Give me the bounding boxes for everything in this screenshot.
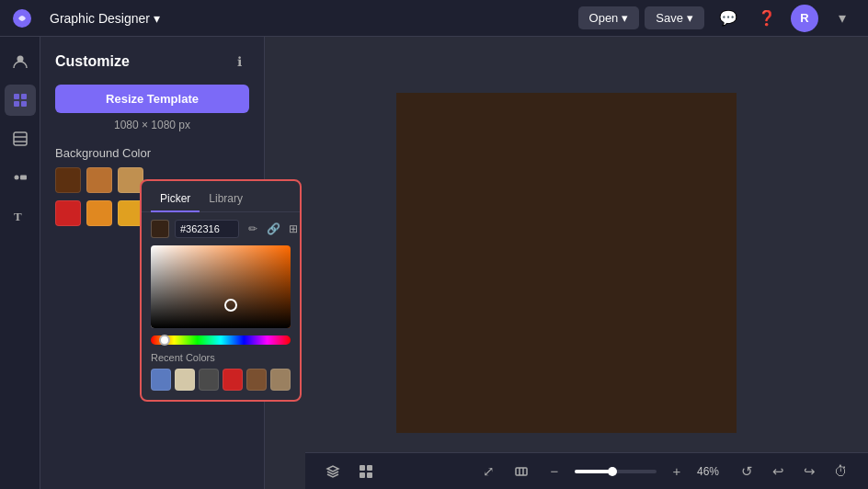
edit-hex-button[interactable]: ✏ <box>245 221 261 237</box>
svg-rect-5 <box>21 101 27 107</box>
link-hex-button[interactable]: 🔗 <box>265 221 281 237</box>
design-canvas <box>396 93 737 433</box>
color-picker-popup: Picker Library ✏ 🔗 ⊞ + <box>140 179 302 402</box>
svg-point-9 <box>14 176 18 180</box>
grid-toggle-button[interactable] <box>353 459 379 484</box>
recent-swatch-blue[interactable] <box>151 369 171 391</box>
recent-colors-label: Recent Colors <box>142 352 300 363</box>
history-button[interactable]: ⏱ <box>828 459 853 484</box>
resize-template-button[interactable]: Resize Template <box>55 85 249 113</box>
topbar: Graphic Designer ▾ Open ▾ Save ▾ 💬 ❓ R ▾ <box>0 0 868 37</box>
redo-button[interactable]: ↪ <box>796 459 822 484</box>
swatch-red[interactable] <box>55 200 81 226</box>
picker-tabs: Picker Library <box>142 181 300 212</box>
recent-swatch-red[interactable] <box>223 369 243 391</box>
svg-rect-4 <box>14 101 19 107</box>
zoom-percentage: 46% <box>697 465 726 478</box>
svg-rect-16 <box>516 468 527 475</box>
chevron-down-icon: ▾ <box>154 11 160 26</box>
topbar-actions: Open ▾ Save ▾ <box>578 6 704 29</box>
swatch-orange-brown[interactable] <box>86 167 112 193</box>
recent-swatches <box>142 369 300 391</box>
hue-thumb <box>159 335 170 346</box>
customize-panel: Customize ℹ Resize Template 1080 × 1080 … <box>40 37 265 489</box>
svg-rect-12 <box>360 465 365 471</box>
recent-swatch-medium-brown[interactable] <box>246 369 267 391</box>
hue-slider-row <box>142 335 300 345</box>
zoom-in-button[interactable]: + <box>664 459 690 484</box>
bg-color-label: Background Color <box>55 146 249 160</box>
gradient-dark-overlay <box>151 245 291 328</box>
swatch-brown-dark[interactable] <box>55 167 81 193</box>
undo-button[interactable]: ↩ <box>765 459 791 484</box>
resize-button[interactable] <box>508 459 534 484</box>
svg-rect-2 <box>14 94 19 99</box>
svg-rect-14 <box>360 472 365 478</box>
help-icon-button[interactable]: ❓ <box>752 4 782 33</box>
main-layout: T Customize ℹ Resize Template 1080 × 108… <box>0 37 868 489</box>
app-title-text: Graphic Designer <box>50 11 150 26</box>
sidebar-icon-layers[interactable] <box>5 123 36 154</box>
swatch-orange[interactable] <box>86 200 112 226</box>
refresh-button[interactable]: ↺ <box>734 459 760 484</box>
svg-rect-3 <box>21 94 27 99</box>
svg-text:T: T <box>14 210 22 223</box>
sidebar-icon-customize[interactable] <box>5 85 36 116</box>
svg-rect-13 <box>367 465 372 471</box>
more-menu-button[interactable]: ▾ <box>828 4 857 33</box>
chat-icon-button[interactable]: 💬 <box>714 4 743 33</box>
svg-rect-6 <box>14 132 27 145</box>
recent-swatch-gray[interactable] <box>199 369 219 391</box>
avatar-button[interactable]: R <box>791 5 818 32</box>
picker-hex-row: ✏ 🔗 ⊞ + <box>142 220 300 238</box>
app-logo <box>11 7 33 29</box>
chevron-down-icon: ▾ <box>687 11 693 25</box>
grid-hex-button[interactable]: ⊞ <box>285 221 302 237</box>
save-button[interactable]: Save ▾ <box>645 6 704 29</box>
dimension-text: 1080 × 1080 px <box>55 119 249 131</box>
app-title-button[interactable]: Graphic Designer ▾ <box>42 7 167 29</box>
panel-header: Customize ℹ <box>55 51 249 72</box>
recent-swatch-light-brown[interactable] <box>270 369 291 391</box>
hue-slider[interactable] <box>151 335 291 345</box>
zoom-slider-container <box>575 470 657 473</box>
open-button[interactable]: Open ▾ <box>578 6 640 29</box>
fit-screen-button[interactable]: ⤢ <box>475 459 501 484</box>
open-label: Open <box>589 11 619 25</box>
bottom-right-buttons: ↺ ↩ ↪ ⏱ <box>734 459 853 484</box>
left-sidebar: T <box>0 37 40 489</box>
hex-input[interactable] <box>175 220 239 238</box>
zoom-slider-thumb <box>608 467 617 476</box>
picker-hex-swatch <box>151 220 169 238</box>
sidebar-icon-text[interactable]: T <box>5 200 36 232</box>
gradient-canvas[interactable] <box>151 245 291 328</box>
zoom-slider-fill <box>575 470 612 473</box>
canvas-area: ⤢ − + 46% ↺ ↩ ↪ ⏱ <box>265 37 868 489</box>
layers-toggle-button[interactable] <box>320 459 346 484</box>
svg-rect-10 <box>20 176 27 180</box>
panel-info-button[interactable]: ℹ <box>229 51 249 72</box>
sidebar-icon-profile[interactable] <box>5 46 36 77</box>
recent-swatch-tan[interactable] <box>175 369 195 391</box>
tab-library[interactable]: Library <box>200 188 252 212</box>
panel-title: Customize <box>55 53 130 70</box>
chevron-down-icon: ▾ <box>622 11 628 25</box>
svg-rect-15 <box>367 472 372 478</box>
zoom-slider[interactable] <box>575 470 657 473</box>
tab-picker[interactable]: Picker <box>151 188 200 212</box>
sidebar-icon-elements[interactable] <box>5 162 36 193</box>
zoom-out-button[interactable]: − <box>542 459 567 484</box>
save-label: Save <box>656 11 683 25</box>
avatar-initial: R <box>800 11 808 25</box>
picker-hex-actions: ✏ 🔗 ⊞ + <box>245 221 302 237</box>
bottom-bar: ⤢ − + 46% ↺ ↩ ↪ ⏱ <box>305 452 868 489</box>
